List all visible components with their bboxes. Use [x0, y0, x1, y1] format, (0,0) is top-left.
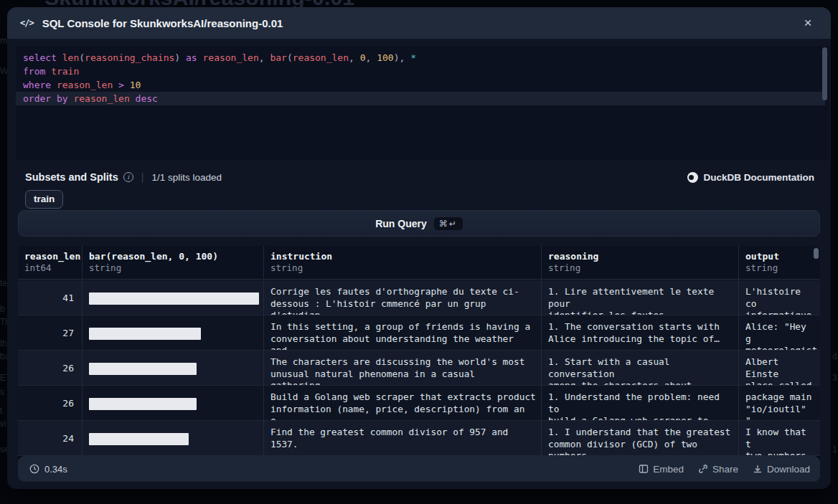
- editor-scrollbar[interactable]: [822, 47, 827, 156]
- column-header-reason-len: reason_lenint64: [18, 246, 83, 279]
- background-fragment: te: [0, 278, 7, 288]
- table-cell: Find the greatest common divisor of 957 …: [264, 421, 542, 455]
- table-cell: Corrige les fautes d'orthographe du text…: [264, 280, 542, 315]
- bar-visualization: [89, 328, 201, 340]
- table-cell: [83, 315, 264, 350]
- modal-footer: 0.34s EmbedShareDownload: [18, 456, 820, 482]
- bar-visualization: [89, 363, 197, 375]
- download-button[interactable]: Download: [753, 464, 810, 475]
- clock-icon: [29, 464, 39, 474]
- table-cell: Alice: "Hey g meteorologist: [739, 315, 819, 350]
- results-table: reason_lenint64bar(reason_len, 0, 100)st…: [18, 246, 820, 464]
- share-button[interactable]: Share: [698, 464, 738, 475]
- divider: |: [141, 171, 144, 183]
- table-row: 26Build a Golang web scraper that extrac…: [18, 386, 820, 421]
- table-cell: 41: [18, 280, 83, 315]
- code-line: from train: [23, 65, 819, 78]
- bar-visualization: [89, 433, 189, 445]
- table-cell: Albert Einste place called: [739, 351, 819, 385]
- run-query-button[interactable]: Run Query ⌘↵: [18, 210, 820, 237]
- embed-button[interactable]: Embed: [639, 464, 684, 475]
- share-icon: [698, 464, 708, 474]
- background-fragment: b: [0, 304, 5, 314]
- table-cell: Build a Golang web scraper that extracts…: [264, 386, 542, 420]
- bar-visualization: [89, 398, 197, 410]
- background-fragment: 3: [832, 373, 837, 383]
- table-cell: [83, 386, 264, 420]
- split-chip-train[interactable]: train: [25, 190, 63, 209]
- query-elapsed-time: 0.34s: [29, 464, 67, 475]
- table-cell: 1. Lire attentivement le texte pour iden…: [542, 280, 739, 315]
- table-cell: In this setting, a group of friends is h…: [264, 315, 542, 350]
- table-body: 41Corrige les fautes d'orthographe du te…: [18, 280, 820, 456]
- background-fragment: s: [0, 387, 4, 397]
- column-header-output: outputstring: [739, 246, 819, 279]
- sql-console-modal: </> SQL Console for SkunkworksAI/reasoni…: [7, 7, 831, 489]
- table-row: 24Find the greatest common divisor of 95…: [18, 421, 820, 456]
- table-cell: 24: [18, 421, 83, 455]
- subsets-and-splits-row: Subsets and Splits i | 1/1 splits loaded…: [25, 170, 814, 184]
- duckdb-documentation-link[interactable]: DuckDB Documentation: [687, 172, 814, 183]
- table-cell: 1. I understand that the greatest common…: [542, 421, 739, 455]
- background-fragment: 1: [832, 444, 837, 455]
- table-cell: 1. The conversation starts with Alice in…: [542, 315, 739, 350]
- table-cell: L'histoire co informatique: [739, 280, 819, 315]
- embed-icon: [639, 464, 649, 474]
- editor-scrollbar-thumb[interactable]: [822, 47, 827, 100]
- table-cell: I know that t two numbers i: [739, 421, 819, 455]
- code-line: where reason_len > 10: [23, 78, 819, 92]
- table-row: 27In this setting, a group of friends is…: [18, 315, 820, 351]
- table-cell: 26: [18, 351, 83, 385]
- duckdb-icon: [687, 172, 698, 183]
- table-cell: 1. Understand the problem: need to build…: [542, 386, 739, 420]
- background-fragment: vi: [0, 419, 6, 429]
- modal-title: SQL Console for SkunkworksAI/reasoning-0…: [42, 17, 283, 29]
- table-cell: [83, 280, 264, 315]
- table-cell: 26: [18, 386, 83, 420]
- column-header-instruction: instructionstring: [264, 246, 542, 279]
- modal-header: </> SQL Console for SkunkworksAI/reasoni…: [7, 7, 831, 39]
- table-row: 41Corrige les fautes d'orthographe du te…: [18, 280, 820, 315]
- column-header-reasoning: reasoningstring: [542, 246, 739, 279]
- table-cell: 27: [18, 315, 83, 350]
- code-line: order by reason_len desc: [16, 92, 825, 105]
- close-icon[interactable]: ×: [799, 14, 816, 32]
- table-row: 26The characters are discussing the worl…: [18, 351, 820, 386]
- table-vertical-scrollbar[interactable]: [814, 248, 819, 280]
- sql-editor-lines: select len(reasoning_chains) as reason_l…: [23, 51, 819, 105]
- background-fragment: d: [832, 351, 837, 361]
- bar-visualization: [89, 293, 259, 305]
- column-header-bar-reason-len-0-100-: bar(reason_len, 0, 100)string: [83, 246, 264, 279]
- table-header-row: reason_lenint64bar(reason_len, 0, 100)st…: [18, 246, 820, 280]
- background-fragment: t: [0, 406, 2, 416]
- background-fragment: m: [0, 36, 7, 46]
- table-cell: [83, 351, 264, 385]
- table-cell: package main "io/ioutil" ": [739, 386, 819, 420]
- keyboard-shortcut-badge: ⌘↵: [434, 217, 463, 230]
- table-vertical-scrollbar-thumb[interactable]: [814, 248, 819, 259]
- footer-actions: EmbedShareDownload: [639, 464, 810, 475]
- download-icon: [753, 464, 763, 474]
- table-cell: The characters are discussing the world'…: [264, 351, 542, 385]
- sql-editor[interactable]: select len(reasoning_chains) as reason_l…: [16, 46, 829, 161]
- code-icon: </>: [20, 18, 34, 28]
- info-icon[interactable]: i: [123, 172, 133, 182]
- code-line: select len(reasoning_chains) as reason_l…: [23, 51, 819, 65]
- subsets-label: Subsets and Splits: [25, 171, 118, 183]
- splits-loaded-status: 1/1 splits loaded: [151, 172, 222, 183]
- table-cell: [83, 421, 264, 455]
- table-cell: 1. Start with a casual conversation amon…: [542, 351, 739, 385]
